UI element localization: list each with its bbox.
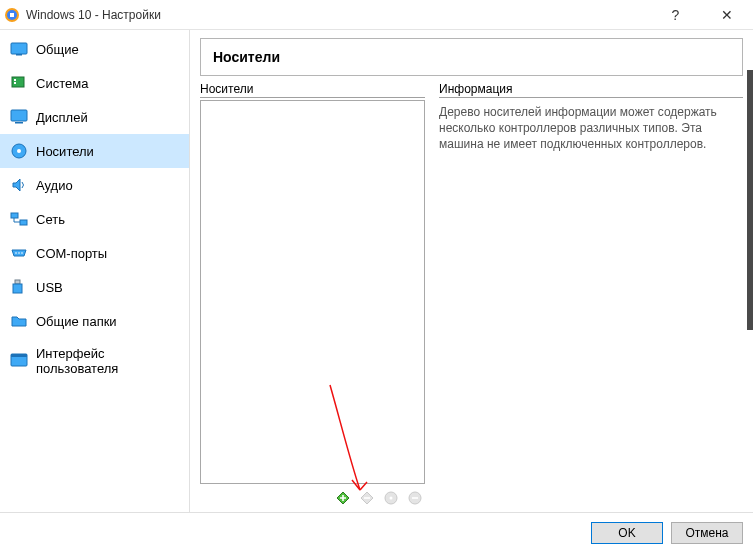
app-icon: [4, 7, 20, 23]
storage-tree[interactable]: [200, 100, 425, 484]
window-title: Windows 10 - Настройки: [26, 8, 647, 22]
sidebar-item-label: Носители: [36, 144, 94, 159]
ok-button[interactable]: OK: [591, 522, 663, 544]
svg-rect-5: [12, 77, 24, 87]
sidebar-item-ui[interactable]: Интерфейс пользователя: [0, 338, 189, 384]
svg-rect-7: [14, 82, 16, 84]
remove-attachment-button: [405, 488, 425, 508]
sidebar-item-label: Сеть: [36, 212, 65, 227]
tree-label: Носители: [200, 82, 425, 98]
add-controller-button[interactable]: [333, 488, 353, 508]
sidebar-item-label: Общие папки: [36, 314, 117, 329]
svg-point-16: [21, 252, 23, 254]
page-title: Носители: [200, 38, 743, 76]
svg-rect-6: [14, 79, 16, 81]
sidebar-item-shared-folders[interactable]: Общие папки: [0, 304, 189, 338]
sidebar-item-label: USB: [36, 280, 63, 295]
system-icon: [10, 74, 28, 92]
title-bar: Windows 10 - Настройки ? ✕: [0, 0, 753, 30]
network-icon: [10, 210, 28, 228]
svg-rect-8: [11, 110, 27, 121]
dialog-body: Общие Система Дисплей Носители Аудио Сет…: [0, 30, 753, 512]
svg-rect-13: [20, 220, 27, 225]
svg-rect-18: [13, 284, 22, 293]
add-attachment-button: [381, 488, 401, 508]
content-pane: Носители Носители: [190, 30, 753, 512]
svg-point-15: [18, 252, 20, 254]
sidebar-item-label: Интерфейс пользователя: [36, 346, 179, 376]
info-column: Информация Дерево носителей информации м…: [439, 82, 743, 512]
columns: Носители И: [200, 82, 743, 512]
remove-controller-button: [357, 488, 377, 508]
sidebar-item-label: Система: [36, 76, 88, 91]
settings-sidebar: Общие Система Дисплей Носители Аудио Сет…: [0, 30, 190, 512]
ui-icon: [10, 352, 28, 370]
cancel-button[interactable]: Отмена: [671, 522, 743, 544]
svg-point-14: [15, 252, 17, 254]
storage-tree-column: Носители: [200, 82, 425, 512]
svg-rect-9: [15, 122, 23, 124]
sidebar-item-label: COM-порты: [36, 246, 107, 261]
help-button[interactable]: ?: [653, 0, 698, 30]
sidebar-item-system[interactable]: Система: [0, 66, 189, 100]
sidebar-item-usb[interactable]: USB: [0, 270, 189, 304]
svg-rect-12: [11, 213, 18, 218]
dialog-footer: OK Отмена: [0, 512, 753, 552]
close-button[interactable]: ✕: [704, 0, 749, 30]
sidebar-item-label: Дисплей: [36, 110, 88, 125]
sidebar-item-serial[interactable]: COM-порты: [0, 236, 189, 270]
background-strip: [747, 70, 753, 330]
svg-rect-17: [15, 280, 20, 284]
audio-icon: [10, 176, 28, 194]
sidebar-item-label: Аудио: [36, 178, 73, 193]
svg-rect-2: [10, 13, 14, 17]
info-label: Информация: [439, 82, 743, 98]
display-icon: [10, 108, 28, 126]
svg-point-22: [390, 497, 393, 500]
usb-icon: [10, 278, 28, 296]
general-icon: [10, 40, 28, 58]
folder-icon: [10, 312, 28, 330]
serial-icon: [10, 244, 28, 262]
info-text: Дерево носителей информации может содерж…: [439, 100, 743, 153]
sidebar-item-label: Общие: [36, 42, 79, 57]
sidebar-item-network[interactable]: Сеть: [0, 202, 189, 236]
sidebar-item-audio[interactable]: Аудио: [0, 168, 189, 202]
storage-toolbar: [200, 484, 425, 512]
svg-point-11: [17, 149, 21, 153]
sidebar-item-storage[interactable]: Носители: [0, 134, 189, 168]
sidebar-item-general[interactable]: Общие: [0, 32, 189, 66]
sidebar-item-display[interactable]: Дисплей: [0, 100, 189, 134]
storage-icon: [10, 142, 28, 160]
svg-rect-20: [11, 354, 27, 357]
svg-rect-3: [11, 43, 27, 54]
svg-rect-4: [16, 54, 22, 56]
